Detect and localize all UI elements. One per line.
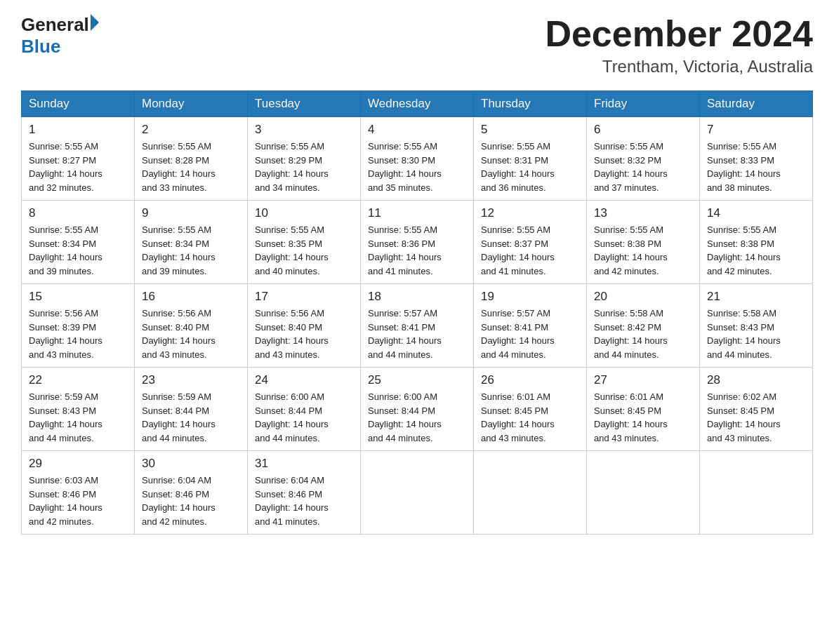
day-number: 19	[481, 290, 579, 304]
day-info: Sunrise: 5:56 AMSunset: 8:39 PMDaylight:…	[29, 307, 127, 361]
day-info: Sunrise: 5:59 AMSunset: 8:44 PMDaylight:…	[142, 390, 240, 445]
logo-arrow-icon	[91, 14, 99, 31]
day-number: 2	[142, 123, 240, 137]
day-number: 24	[255, 373, 353, 387]
day-number: 6	[594, 123, 692, 137]
calendar-cell	[361, 451, 474, 535]
calendar-cell: 7Sunrise: 5:55 AMSunset: 8:33 PMDaylight…	[700, 117, 813, 201]
day-info: Sunrise: 6:00 AMSunset: 8:44 PMDaylight:…	[368, 390, 466, 445]
day-info: Sunrise: 5:55 AMSunset: 8:38 PMDaylight:…	[594, 223, 692, 278]
day-number: 17	[255, 290, 353, 304]
col-thursday: Thursday	[474, 91, 587, 117]
calendar-cell: 14Sunrise: 5:55 AMSunset: 8:38 PMDayligh…	[700, 201, 813, 284]
day-info: Sunrise: 6:03 AMSunset: 8:46 PMDaylight:…	[29, 474, 127, 528]
calendar-table: Sunday Monday Tuesday Wednesday Thursday…	[21, 90, 813, 535]
day-info: Sunrise: 6:04 AMSunset: 8:46 PMDaylight:…	[142, 474, 240, 528]
calendar-cell: 21Sunrise: 5:58 AMSunset: 8:43 PMDayligh…	[700, 284, 813, 368]
page-header: General Blue December 2024 Trentham, Vic…	[21, 14, 813, 76]
day-number: 21	[707, 290, 805, 304]
day-info: Sunrise: 5:55 AMSunset: 8:28 PMDaylight:…	[142, 140, 240, 194]
col-saturday: Saturday	[700, 91, 813, 117]
calendar-cell: 24Sunrise: 6:00 AMSunset: 8:44 PMDayligh…	[248, 368, 361, 451]
calendar-cell: 30Sunrise: 6:04 AMSunset: 8:46 PMDayligh…	[135, 451, 248, 535]
logo-line1: General	[21, 14, 99, 36]
calendar-cell: 23Sunrise: 5:59 AMSunset: 8:44 PMDayligh…	[135, 368, 248, 451]
calendar-cell: 4Sunrise: 5:55 AMSunset: 8:30 PMDaylight…	[361, 117, 474, 201]
calendar-cell: 12Sunrise: 5:55 AMSunset: 8:37 PMDayligh…	[474, 201, 587, 284]
day-number: 4	[368, 123, 466, 137]
day-info: Sunrise: 5:55 AMSunset: 8:27 PMDaylight:…	[29, 140, 127, 194]
calendar-cell: 26Sunrise: 6:01 AMSunset: 8:45 PMDayligh…	[474, 368, 587, 451]
col-tuesday: Tuesday	[248, 91, 361, 117]
calendar-cell: 1Sunrise: 5:55 AMSunset: 8:27 PMDaylight…	[22, 117, 135, 201]
day-info: Sunrise: 5:57 AMSunset: 8:41 PMDaylight:…	[368, 307, 466, 361]
day-number: 15	[29, 290, 127, 304]
day-info: Sunrise: 6:01 AMSunset: 8:45 PMDaylight:…	[594, 390, 692, 445]
day-info: Sunrise: 5:55 AMSunset: 8:37 PMDaylight:…	[481, 223, 579, 278]
day-info: Sunrise: 5:55 AMSunset: 8:36 PMDaylight:…	[368, 223, 466, 278]
day-info: Sunrise: 6:01 AMSunset: 8:45 PMDaylight:…	[481, 390, 579, 445]
day-number: 16	[142, 290, 240, 304]
calendar-cell: 16Sunrise: 5:56 AMSunset: 8:40 PMDayligh…	[135, 284, 248, 368]
col-wednesday: Wednesday	[361, 91, 474, 117]
calendar-cell: 29Sunrise: 6:03 AMSunset: 8:46 PMDayligh…	[22, 451, 135, 535]
calendar-cell: 27Sunrise: 6:01 AMSunset: 8:45 PMDayligh…	[587, 368, 700, 451]
day-number: 14	[707, 206, 805, 220]
day-info: Sunrise: 5:57 AMSunset: 8:41 PMDaylight:…	[481, 307, 579, 361]
day-number: 23	[142, 373, 240, 387]
calendar-cell: 15Sunrise: 5:56 AMSunset: 8:39 PMDayligh…	[22, 284, 135, 368]
col-sunday: Sunday	[22, 91, 135, 117]
day-number: 26	[481, 373, 579, 387]
day-info: Sunrise: 5:55 AMSunset: 8:33 PMDaylight:…	[707, 140, 805, 194]
day-info: Sunrise: 5:55 AMSunset: 8:34 PMDaylight:…	[142, 223, 240, 278]
day-number: 22	[29, 373, 127, 387]
location-title: Trentham, Victoria, Australia	[545, 57, 813, 76]
day-number: 29	[29, 457, 127, 471]
calendar-cell: 17Sunrise: 5:56 AMSunset: 8:40 PMDayligh…	[248, 284, 361, 368]
calendar-cell	[474, 451, 587, 535]
day-info: Sunrise: 5:55 AMSunset: 8:30 PMDaylight:…	[368, 140, 466, 194]
calendar-week-row: 22Sunrise: 5:59 AMSunset: 8:43 PMDayligh…	[22, 368, 813, 451]
day-number: 18	[368, 290, 466, 304]
day-info: Sunrise: 5:55 AMSunset: 8:38 PMDaylight:…	[707, 223, 805, 278]
day-number: 3	[255, 123, 353, 137]
calendar-cell: 2Sunrise: 5:55 AMSunset: 8:28 PMDaylight…	[135, 117, 248, 201]
day-number: 8	[29, 206, 127, 220]
calendar-cell: 19Sunrise: 5:57 AMSunset: 8:41 PMDayligh…	[474, 284, 587, 368]
day-number: 5	[481, 123, 579, 137]
calendar-cell: 25Sunrise: 6:00 AMSunset: 8:44 PMDayligh…	[361, 368, 474, 451]
day-number: 13	[594, 206, 692, 220]
calendar-cell: 8Sunrise: 5:55 AMSunset: 8:34 PMDaylight…	[22, 201, 135, 284]
col-friday: Friday	[587, 91, 700, 117]
calendar-cell: 28Sunrise: 6:02 AMSunset: 8:45 PMDayligh…	[700, 368, 813, 451]
day-info: Sunrise: 5:56 AMSunset: 8:40 PMDaylight:…	[255, 307, 353, 361]
day-number: 28	[707, 373, 805, 387]
day-info: Sunrise: 5:55 AMSunset: 8:34 PMDaylight:…	[29, 223, 127, 278]
calendar-cell: 31Sunrise: 6:04 AMSunset: 8:46 PMDayligh…	[248, 451, 361, 535]
day-info: Sunrise: 5:59 AMSunset: 8:43 PMDaylight:…	[29, 390, 127, 445]
day-info: Sunrise: 5:55 AMSunset: 8:29 PMDaylight:…	[255, 140, 353, 194]
day-number: 7	[707, 123, 805, 137]
day-info: Sunrise: 5:55 AMSunset: 8:31 PMDaylight:…	[481, 140, 579, 194]
calendar-week-row: 8Sunrise: 5:55 AMSunset: 8:34 PMDaylight…	[22, 201, 813, 284]
calendar-header-row: Sunday Monday Tuesday Wednesday Thursday…	[22, 91, 813, 117]
day-number: 11	[368, 206, 466, 220]
day-info: Sunrise: 5:56 AMSunset: 8:40 PMDaylight:…	[142, 307, 240, 361]
logo: General Blue	[21, 14, 99, 58]
title-section: December 2024 Trentham, Victoria, Austra…	[545, 14, 813, 76]
calendar-week-row: 29Sunrise: 6:03 AMSunset: 8:46 PMDayligh…	[22, 451, 813, 535]
logo-general: General	[21, 14, 89, 36]
day-info: Sunrise: 6:02 AMSunset: 8:45 PMDaylight:…	[707, 390, 805, 445]
day-number: 1	[29, 123, 127, 137]
day-info: Sunrise: 5:58 AMSunset: 8:43 PMDaylight:…	[707, 307, 805, 361]
day-number: 31	[255, 457, 353, 471]
day-number: 27	[594, 373, 692, 387]
calendar-cell: 10Sunrise: 5:55 AMSunset: 8:35 PMDayligh…	[248, 201, 361, 284]
calendar-cell	[587, 451, 700, 535]
day-info: Sunrise: 6:00 AMSunset: 8:44 PMDaylight:…	[255, 390, 353, 445]
day-info: Sunrise: 5:55 AMSunset: 8:32 PMDaylight:…	[594, 140, 692, 194]
logo-blue: Blue	[21, 36, 60, 58]
col-monday: Monday	[135, 91, 248, 117]
day-info: Sunrise: 5:58 AMSunset: 8:42 PMDaylight:…	[594, 307, 692, 361]
day-number: 30	[142, 457, 240, 471]
